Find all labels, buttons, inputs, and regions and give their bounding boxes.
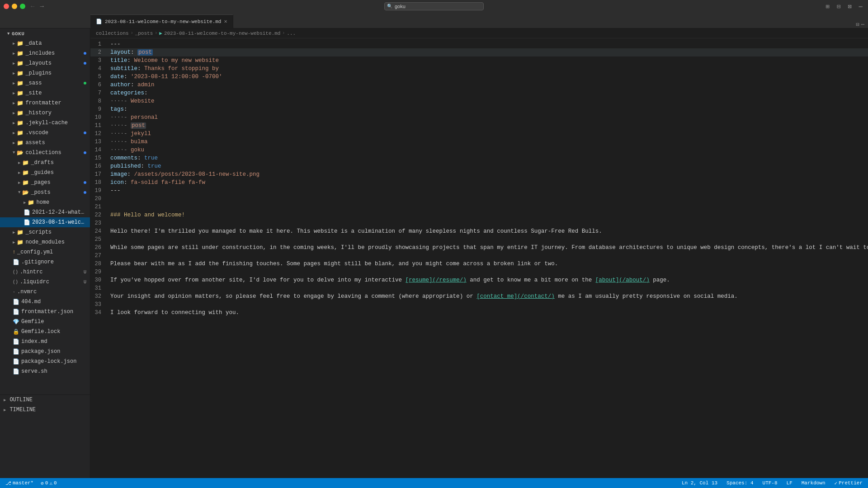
line-33: 33 (90, 300, 868, 309)
indentation[interactable]: Spaces: 4 (725, 480, 755, 486)
line-content: ### Hello and welcome! (108, 211, 868, 219)
sidebar-label: _layouts (25, 60, 52, 66)
breadcrumb-posts[interactable]: _posts (135, 31, 153, 36)
sidebar-label: serve.sh (21, 368, 47, 375)
line-31: 31 (90, 284, 868, 292)
sidebar-item-index[interactable]: 📄 index.md (0, 337, 90, 347)
sidebar-item-history[interactable]: ▶ 📁 _history (0, 108, 90, 118)
sidebar-label: _sass (25, 80, 42, 86)
line-number: 27 (90, 252, 108, 260)
sidebar-item-gitignore[interactable]: 📄 .gitignore (0, 257, 90, 267)
sidebar-item-home[interactable]: ▶ 📁 home (0, 197, 90, 207)
breadcrumb-collections[interactable]: collections (96, 31, 129, 36)
sidebar-item-data[interactable]: ▶ 📁 _data (0, 38, 90, 48)
dot-badge (84, 191, 86, 194)
sidebar-item-layouts[interactable]: ▶ 📁 _layouts (0, 58, 90, 68)
sidebar-label: assets (25, 140, 45, 146)
sidebar-item-includes[interactable]: ▶ 📁 _includes (0, 48, 90, 58)
file-icon: · (13, 290, 15, 295)
line-17: 17 image: /assets/posts/2023-08-11-new-s… (90, 170, 868, 178)
more-actions-icon[interactable]: ⋯ (861, 21, 864, 28)
editor-content[interactable]: 1 --- 2 layout: post 3 title: Welcome to… (90, 38, 868, 478)
sidebar-item-site[interactable]: ▶ 📁 _site (0, 88, 90, 98)
forward-arrow[interactable]: → (38, 2, 45, 11)
back-arrow[interactable]: ← (29, 2, 36, 11)
sidebar-item-scripts[interactable]: ▶ 📁 _scripts (0, 227, 90, 237)
sidebar-item-package-lock[interactable]: 📄 package-lock.json (0, 357, 90, 366)
search-bar-wrap: 🔍 (384, 2, 484, 10)
minimize-button[interactable] (12, 4, 17, 9)
sidebar-item-liquidrc[interactable]: () .liquidrc U (0, 277, 90, 287)
sidebar-item-post1[interactable]: 📄 2021-12-24-what-is-digitigrade-... (0, 207, 90, 217)
sidebar-item-gemfile-lock[interactable]: 🔒 Gemfile.lock (0, 327, 90, 337)
search-input[interactable] (384, 2, 484, 10)
sidebar-item-guides[interactable]: ▶ 📁 _guides (0, 168, 90, 178)
sidebar-item-vscode[interactable]: ▶ 📁 .vscode (0, 128, 90, 138)
folder-arrow-icon: ▶ (13, 101, 15, 106)
sidebar-root-header[interactable]: ▼ GOKU (0, 28, 90, 38)
maximize-button[interactable] (20, 4, 25, 9)
sidebar-label: .nvmrc (17, 289, 37, 295)
sidebar-item-package-json[interactable]: 📄 package.json (0, 347, 90, 357)
line-30: 30 If you've hopped over from another si… (90, 276, 868, 284)
sidebar-item-plugins[interactable]: ▶ 📁 _plugins (0, 68, 90, 78)
eol[interactable]: LF (785, 480, 794, 486)
sidebar-item-jekyll-cache[interactable]: ▶ 📁 .jekyll-cache (0, 118, 90, 128)
outline-section[interactable]: ▶ OUTLINE (0, 395, 90, 405)
sidebar-item-hintrc[interactable]: () .hintrc U (0, 267, 90, 277)
breadcrumb-file[interactable]: 2023-08-11-welcome-to-my-new-website.md (164, 31, 280, 36)
formatter-icon: ✓ (835, 480, 838, 486)
encoding[interactable]: UTF-8 (761, 480, 779, 486)
line-number: 11 (90, 122, 108, 130)
sidebar-item-node-modules[interactable]: ▶ 📁 node_modules (0, 237, 90, 247)
cursor-position[interactable]: Ln 2, Col 13 (680, 480, 719, 486)
folder-icon: 📁 (17, 60, 24, 67)
sidebar-item-config[interactable]: ! _config.yml (0, 247, 90, 257)
sidebar-item-frontmatter[interactable]: ▶ 📁 frontmatter (0, 98, 90, 108)
line-number: 14 (90, 146, 108, 154)
sidebar-toggle-icon[interactable]: ⊞ (824, 2, 831, 11)
timeline-arrow: ▶ (4, 408, 6, 413)
warning-num: 0 (54, 480, 57, 486)
sidebar-item-collections[interactable]: ▼ 📂 collections (0, 148, 90, 158)
line-number: 13 (90, 138, 108, 146)
close-button[interactable] (4, 4, 9, 9)
line-content: ····- goku (108, 146, 868, 154)
editor-tab[interactable]: 📄 2023-08-11-welcome-to-my-new-website.m… (90, 14, 233, 28)
line-content: ····- bulma (108, 138, 868, 146)
line-content: If you've hopped over from another site,… (108, 276, 868, 284)
sidebar-item-nvmrc[interactable]: · .nvmrc (0, 287, 90, 297)
line-content: icon: fa-solid fa-file fa-fw (108, 178, 868, 187)
language-mode[interactable]: Markdown (800, 480, 827, 486)
position-text: Ln 2, Col 13 (682, 480, 717, 486)
branch-name: master* (13, 480, 33, 486)
line-23: 23 (90, 219, 868, 227)
sidebar-item-pages[interactable]: ▶ 📁 _pages (0, 178, 90, 188)
line-number: 25 (90, 235, 108, 244)
tab-close-button[interactable]: ✕ (224, 18, 227, 25)
sidebar-item-gemfile[interactable]: 💎 Gemfile (0, 317, 90, 327)
sidebar-item-assets[interactable]: ▶ 📁 assets (0, 138, 90, 148)
timeline-section[interactable]: ▶ TIMELINE (0, 405, 90, 415)
sidebar-item-posts[interactable]: ▼ 📂 _posts (0, 188, 90, 197)
line-34: 34 I look forward to connecting with you… (90, 309, 868, 317)
git-branch[interactable]: ⎇ master* (4, 480, 35, 486)
split-icon[interactable]: ⊠ (846, 2, 853, 11)
file-icon: 📄 (13, 338, 19, 345)
error-count[interactable]: ⊘ 0 ⚠ 0 (39, 480, 58, 486)
breadcrumb-more[interactable]: ... (287, 31, 296, 36)
sidebar-item-serve[interactable]: 📄 serve.sh (0, 366, 90, 376)
sidebar-item-404[interactable]: 📄 404.md (0, 297, 90, 307)
split-editor-icon[interactable]: ⊟ (856, 21, 859, 28)
folder-arrow-icon: ▶ (13, 240, 15, 245)
sidebar-item-post2[interactable]: 📄 2023-08-11-welcome-to-my-ne... (0, 217, 90, 227)
language-text: Markdown (802, 480, 826, 486)
sidebar-item-sass[interactable]: ▶ 📁 _sass (0, 78, 90, 88)
layout-icon[interactable]: ⊟ (835, 2, 842, 11)
line-number: 12 (90, 130, 108, 138)
sidebar-item-frontmatter-json[interactable]: 📄 frontmatter.json (0, 307, 90, 317)
line-number: 6 (90, 81, 108, 89)
sidebar-item-drafts[interactable]: ▶ 📁 _drafts (0, 158, 90, 168)
formatter[interactable]: ✓ Prettier (833, 480, 864, 486)
more-icon[interactable]: ⋯ (857, 2, 864, 11)
